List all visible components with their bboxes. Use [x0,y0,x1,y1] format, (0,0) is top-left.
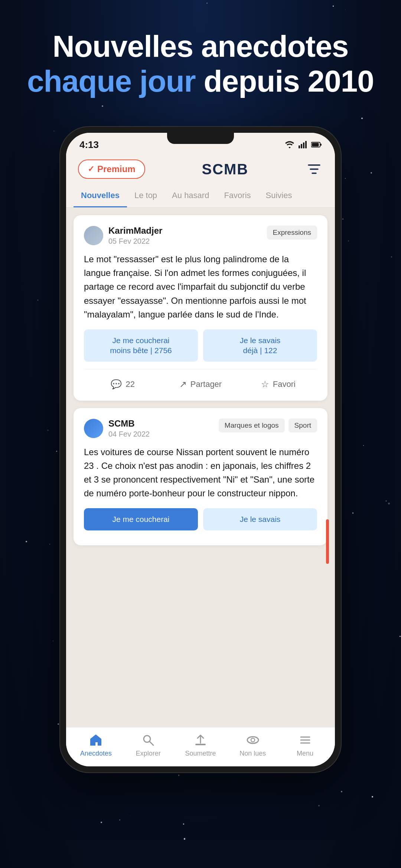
vote-buttons-1: Je me coucheraimoins bête | 2756 Je le s… [84,329,317,362]
share-label-1: Partager [190,379,222,389]
comment-button-1[interactable]: 💬 22 [84,375,162,393]
hero-blue-text: chaque jour [27,64,196,98]
bottom-nav: Anecdotes Explorer Soumettre [66,727,335,766]
tab-favoris[interactable]: Favoris [216,185,258,207]
signal-icon [298,141,308,148]
phone-mockup: 4:13 [59,126,342,773]
svg-line-8 [150,742,153,745]
svg-rect-6 [312,143,319,146]
search-icon [141,733,156,747]
card-header-1: KarimMadjer 05 Fev 2022 Expressions [84,226,317,246]
eye-icon [245,733,260,747]
svg-rect-0 [299,145,300,148]
menu-icon [298,733,313,747]
scroll-indicator [326,519,329,564]
comment-count-1: 22 [125,379,134,389]
battery-icon [311,141,322,148]
card-body-1: Le mot "ressasser" est le plus long pali… [84,252,317,321]
filter-icon [306,161,322,177]
username-1: KarimMadjer [108,226,162,236]
status-time: 4:13 [79,139,99,151]
tab-nouvelles[interactable]: Nouvelles [74,185,127,207]
tag-container-2: Marques et logos Sport [219,418,317,433]
home-icon [88,733,103,747]
nav-anecdotes[interactable]: Anecdotes [70,733,122,757]
star-icon-1: ☆ [261,379,269,389]
tag-expressions[interactable]: Expressions [267,226,317,240]
hero-header: Nouvelles anecdotes chaque jour depuis 2… [0,30,401,100]
share-icon-1: ↗ [179,379,187,389]
fav-button-1[interactable]: ☆ Favori [239,375,317,393]
tag-marques[interactable]: Marques et logos [219,418,285,433]
anecdote-card-1: KarimMadjer 05 Fev 2022 Expressions Le m… [74,215,327,401]
user-details-2: SCMB 04 Fev 2022 [108,418,150,438]
anecdote-card-2: SCMB 04 Fev 2022 Marques et logos Sport … [74,408,327,545]
card-actions-1: 💬 22 ↗ Partager ☆ Favori [84,369,317,393]
svg-rect-5 [320,144,322,146]
avatar-image-2 [84,419,103,438]
tab-au-hasard[interactable]: Au hasard [164,185,216,207]
username-2: SCMB [108,418,150,429]
vote-buttons-2: Je me coucherai Je le savais [84,508,317,530]
post-date-1: 05 Fev 2022 [108,237,162,246]
svg-rect-2 [303,142,304,148]
tab-suivies[interactable]: Suivies [258,185,300,207]
nav-menu[interactable]: Menu [279,733,331,757]
phone-notch [167,133,234,144]
avatar-2 [84,419,103,438]
status-icons [284,141,322,148]
nav-label-nonlues: Non lues [239,750,266,757]
svg-point-10 [247,737,258,743]
checkmark-icon: ✓ [88,164,94,174]
hero-line2: chaque jour depuis 2010 [22,63,379,99]
nav-label-soumettre: Soumettre [185,750,216,757]
vote-learn-1[interactable]: Je me coucheraimoins bête | 2756 [84,329,198,362]
user-details-1: KarimMadjer 05 Fev 2022 [108,226,162,246]
vote-learn-2[interactable]: Je me coucherai [84,508,198,530]
svg-rect-3 [305,141,307,148]
premium-badge[interactable]: ✓ Premium [78,160,145,179]
app-header: ✓ Premium SCMB [66,154,335,185]
card-body-2: Les voitures de course Nissan portent so… [84,445,317,500]
nav-label-anecdotes: Anecdotes [80,750,112,757]
svg-point-11 [251,738,255,742]
tab-le-top[interactable]: Le top [127,185,164,207]
tab-bar: Nouvelles Le top Au hasard Favoris Suivi… [66,185,335,208]
nav-explorer[interactable]: Explorer [122,733,175,757]
svg-rect-1 [301,144,302,148]
hero-line1: Nouvelles anecdotes [22,30,379,63]
app-title: SCMB [202,161,248,178]
phone-frame: 4:13 [59,126,342,773]
nav-label-explorer: Explorer [136,750,161,757]
vote-knew-1[interactable]: Je le savaisdéjà | 122 [203,329,317,362]
upload-icon [193,733,208,747]
premium-label: Premium [97,164,136,174]
filter-button[interactable] [305,160,323,178]
fav-label-1: Favori [273,379,296,389]
phone-screen: 4:13 [66,133,335,766]
svg-rect-9 [195,744,206,745]
tag-sport[interactable]: Sport [288,418,317,433]
nav-nonlues[interactable]: Non lues [226,733,279,757]
nav-soumettre[interactable]: Soumettre [175,733,227,757]
user-info-1: KarimMadjer 05 Fev 2022 [84,226,162,246]
avatar-image-1 [84,226,103,245]
vote-knew-2[interactable]: Je le savais [203,508,317,530]
nav-label-menu: Menu [297,750,313,757]
wifi-icon [284,141,295,148]
comment-icon-1: 💬 [111,379,122,389]
user-info-2: SCMB 04 Fev 2022 [84,418,150,438]
hero-white-text: depuis 2010 [196,64,374,98]
content-area: KarimMadjer 05 Fev 2022 Expressions Le m… [66,208,335,727]
post-date-2: 04 Fev 2022 [108,430,150,438]
avatar-1 [84,226,103,245]
share-button-1[interactable]: ↗ Partager [162,375,239,393]
tag-container-1: Expressions [267,226,317,240]
card-header-2: SCMB 04 Fev 2022 Marques et logos Sport [84,418,317,438]
